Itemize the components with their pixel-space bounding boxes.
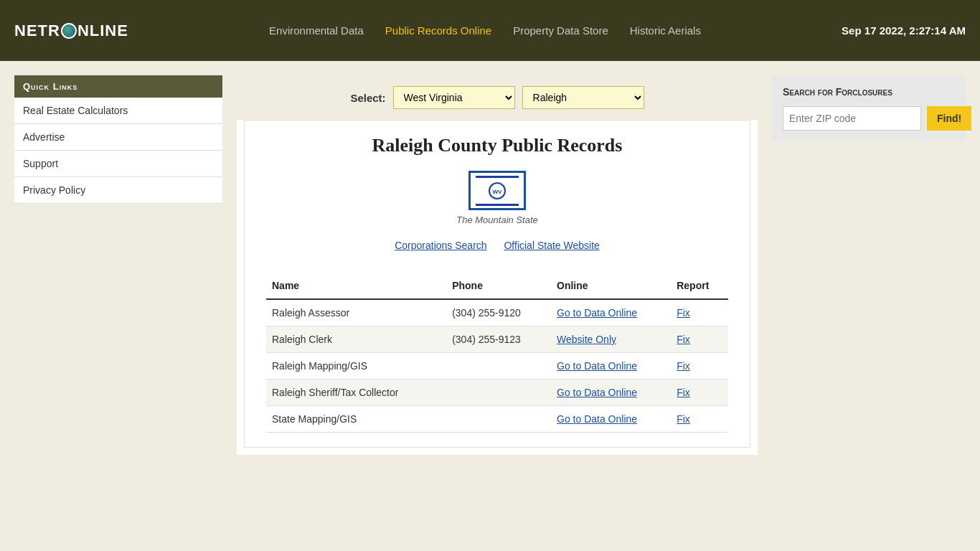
fix-link[interactable]: Fix (677, 413, 690, 425)
logo[interactable]: NETRNLINE (14, 22, 128, 40)
record-online: Website Only (551, 326, 671, 353)
sidebar: Quick Links Real Estate Calculators Adve… (14, 75, 222, 455)
sidebar-item-real-estate[interactable]: Real Estate Calculators (14, 98, 222, 124)
record-online: Go to Data Online (551, 299, 671, 326)
record-name: State Mapping/GIS (266, 406, 446, 433)
nav-historic-aerials[interactable]: Historic Aerials (630, 24, 701, 37)
county-select[interactable]: Raleigh Barbour Berkeley (522, 86, 644, 109)
record-online: Go to Data Online (551, 406, 671, 433)
zip-input[interactable] (783, 106, 921, 131)
header: NETRNLINE Environmental Data Public Reco… (0, 0, 980, 61)
fix-link[interactable]: Fix (677, 307, 690, 319)
svg-rect-1 (476, 176, 519, 178)
record-report: Fix (671, 299, 728, 326)
col-header-name: Name (266, 273, 446, 299)
nav-environmental-data[interactable]: Environmental Data (269, 24, 364, 37)
table-row: Raleigh Sheriff/Tax CollectorGo to Data … (266, 380, 728, 406)
online-link[interactable]: Go to Data Online (557, 307, 665, 319)
foreclosure-form: Find! (783, 106, 955, 131)
county-title: Raleigh County Public Records (266, 135, 728, 156)
col-header-report: Report (671, 273, 728, 299)
foreclosure-box: Search for Forclosures Find! (772, 75, 966, 141)
record-name: Raleigh Assessor (266, 299, 446, 326)
table-row: State Mapping/GISGo to Data OnlineFix (266, 406, 728, 433)
fix-link[interactable]: Fix (677, 360, 690, 372)
layout: Quick Links Real Estate Calculators Adve… (0, 61, 980, 469)
record-report: Fix (671, 380, 728, 406)
globe-icon (61, 23, 77, 39)
col-header-online: Online (551, 273, 671, 299)
record-report: Fix (671, 326, 728, 353)
corporations-search-link[interactable]: Corporations Search (395, 240, 486, 251)
svg-text:WV: WV (493, 189, 503, 195)
sidebar-item-advertise[interactable]: Advertise (14, 124, 222, 151)
record-phone (446, 353, 551, 380)
online-link[interactable]: Website Only (557, 334, 665, 345)
table-body: Raleigh Assessor(304) 255-9120Go to Data… (266, 299, 728, 433)
content-area: Raleigh County Public Records WV The Mou… (244, 120, 750, 448)
find-button[interactable]: Find! (927, 106, 971, 131)
svg-rect-2 (476, 204, 519, 206)
record-name: Raleigh Clerk (266, 326, 446, 353)
record-online: Go to Data Online (551, 353, 671, 380)
record-phone: (304) 255-9123 (446, 326, 551, 353)
datetime: Sep 17 2022, 2:27:14 AM (842, 24, 966, 37)
quick-links-header: Quick Links (14, 75, 222, 98)
sidebar-item-privacy[interactable]: Privacy Policy (14, 177, 222, 204)
logo-text-nline: NLINE (77, 22, 128, 40)
fix-link[interactable]: Fix (677, 334, 690, 345)
foreclosure-title: Search for Forclosures (783, 86, 955, 98)
nav-property-data[interactable]: Property Data Store (513, 24, 608, 37)
table-row: Raleigh Assessor(304) 255-9120Go to Data… (266, 299, 728, 326)
record-report: Fix (671, 353, 728, 380)
online-link[interactable]: Go to Data Online (557, 413, 665, 425)
online-link[interactable]: Go to Data Online (557, 387, 665, 398)
records-table: Name Phone Online Report Raleigh Assesso… (266, 273, 728, 433)
sidebar-item-support[interactable]: Support (14, 151, 222, 177)
online-link[interactable]: Go to Data Online (557, 360, 665, 372)
official-state-website-link[interactable]: Official State Website (504, 240, 599, 251)
select-bar: Select: West Virginia Alabama Alaska Ral… (237, 75, 758, 120)
fix-link[interactable]: Fix (677, 387, 690, 398)
state-nickname: The Mountain State (456, 215, 537, 225)
table-row: Raleigh Clerk(304) 255-9123Website OnlyF… (266, 326, 728, 353)
record-phone (446, 380, 551, 406)
nav-public-records[interactable]: Public Records Online (385, 24, 491, 37)
state-flag: WV (468, 171, 526, 210)
main-content: Select: West Virginia Alabama Alaska Ral… (237, 75, 758, 455)
record-name: Raleigh Sheriff/Tax Collector (266, 380, 446, 406)
record-phone: (304) 255-9120 (446, 299, 551, 326)
right-panel: Search for Forclosures Find! (772, 75, 966, 455)
record-online: Go to Data Online (551, 380, 671, 406)
state-links: Corporations Search Official State Websi… (266, 240, 728, 251)
record-name: Raleigh Mapping/GIS (266, 353, 446, 380)
state-emblem: WV The Mountain State (266, 171, 728, 225)
state-select[interactable]: West Virginia Alabama Alaska (393, 86, 515, 109)
record-report: Fix (671, 406, 728, 433)
select-label: Select: (350, 92, 385, 104)
logo-text-netr: NETR (14, 22, 60, 40)
record-phone (446, 406, 551, 433)
col-header-phone: Phone (446, 273, 551, 299)
table-row: Raleigh Mapping/GISGo to Data OnlineFix (266, 353, 728, 380)
nav: Environmental Data Public Records Online… (269, 24, 701, 37)
